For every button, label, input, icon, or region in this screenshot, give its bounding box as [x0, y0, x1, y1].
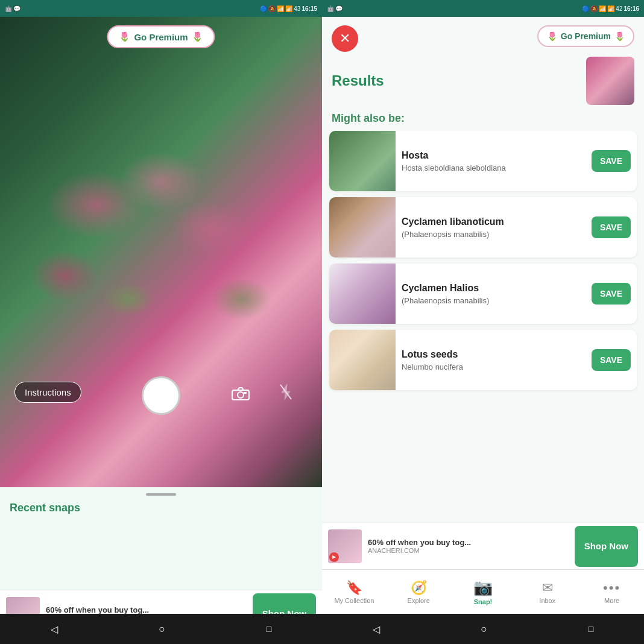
recents-icon-right: □: [589, 624, 593, 634]
instructions-label: Instructions: [25, 387, 71, 397]
inbox-icon-right: ✉: [542, 580, 553, 596]
tulip-icon-right2: 🌷: [614, 31, 625, 41]
battery-right: 42: [616, 5, 622, 12]
recents-button-right[interactable]: □: [576, 619, 605, 639]
ad-image-right: ▶: [328, 529, 362, 563]
result-scientific-cyclamen1: (Phalaenopsis manabilis): [402, 230, 586, 239]
result-info-lotus: Lotus seeds Nelumbo nucifera: [396, 343, 592, 377]
flash-icon[interactable]: [279, 383, 293, 405]
whatsapp-icon-r: 💬: [335, 5, 343, 12]
home-button-left[interactable]: ○: [147, 618, 177, 640]
home-icon-left: ○: [159, 623, 165, 635]
android-nav-bar: ◁ ○ □ ◁ ○ □: [0, 614, 644, 644]
mute-icon-r: 🔕: [590, 5, 598, 12]
result-item-hosta: Hosta Hosta sieboldiana sieboldiana SAVE: [329, 131, 637, 191]
recent-snaps-title: Recent snaps: [10, 502, 312, 514]
android-icon: 🤖: [5, 5, 12, 12]
result-scientific-lotus: Nelumbo nucifera: [402, 362, 586, 371]
bluetooth-icon: 🔵: [260, 5, 267, 12]
ad-banner-right: ▶ 60% off when you buy tog... ANACHERI.C…: [322, 522, 644, 569]
bottom-nav-right: 🔖 My Collection 🧭 Explore 📷 Snap! ✉ Inbo…: [322, 569, 644, 614]
camera-switch-icon[interactable]: [232, 387, 250, 405]
snap-capture-button[interactable]: [142, 376, 180, 415]
tulip-icon-right1: 🌷: [547, 31, 557, 41]
ad-text-right: 60% off when you buy tog... ANACHERI.COM: [368, 538, 569, 554]
ad-title-right: 60% off when you buy tog...: [368, 538, 569, 547]
wifi-icon: 📶: [277, 5, 284, 12]
back-button-right[interactable]: ◁: [361, 619, 392, 640]
save-label-lotus: SAVE: [600, 355, 622, 365]
right-time: 🔵 🔕 📶 📶 42 16:16: [582, 5, 639, 12]
results-title-row: Results: [322, 57, 644, 110]
recent-snaps-panel: Recent snaps: [0, 487, 322, 590]
result-scientific-cyclamen2: (Phalaenopsis manabilis): [402, 296, 586, 305]
recents-icon-left: □: [267, 624, 271, 634]
save-button-cyclamen1[interactable]: SAVE: [592, 216, 631, 238]
home-icon-right: ○: [481, 623, 487, 635]
android-nav-right: ◁ ○ □: [322, 618, 644, 640]
ad-title-left: 60% off when you buy tog...: [46, 605, 247, 614]
go-premium-label-left: Go Premium: [134, 32, 188, 42]
result-name-lotus: Lotus seeds: [402, 349, 586, 360]
back-icon-right: ◁: [373, 624, 380, 634]
result-item-cyclamen1: Cyclamen libanoticum (Phalaenopsis manab…: [329, 197, 637, 257]
home-button-right[interactable]: ○: [469, 618, 499, 640]
save-button-lotus[interactable]: SAVE: [592, 349, 631, 371]
result-info-cyclamen1: Cyclamen libanoticum (Phalaenopsis manab…: [396, 210, 592, 245]
drag-handle[interactable]: [146, 493, 176, 496]
result-image-hosta: [329, 131, 396, 191]
result-image-cyclamen2: [329, 264, 396, 324]
result-info-hosta: Hosta Hosta sieboldiana sieboldiana: [396, 144, 592, 178]
shop-now-label-left: Shop Now: [262, 608, 306, 614]
left-status-icons: 🤖 💬: [5, 5, 21, 12]
save-label-cyclamen1: SAVE: [600, 223, 622, 232]
svg-point-1: [238, 392, 244, 398]
result-name-cyclamen1: Cyclamen libanoticum: [402, 216, 586, 227]
close-button[interactable]: ✕: [332, 25, 358, 52]
snap-label-right: Snap!: [474, 598, 493, 605]
explore-label-right: Explore: [408, 597, 430, 604]
save-button-cyclamen2[interactable]: SAVE: [592, 283, 631, 305]
nav-item-more-right[interactable]: ••• More: [579, 578, 644, 607]
results-header: ✕ 🌷 Go Premium 🌷: [322, 17, 644, 57]
flower-image: [0, 17, 322, 487]
go-premium-button-right[interactable]: 🌷 Go Premium 🌷: [537, 25, 634, 47]
nav-item-inbox-right[interactable]: ✉ Inbox: [515, 578, 579, 607]
ad-text-left: 60% off when you buy tog... ANACHERI.COM: [46, 605, 247, 614]
shop-now-button-right[interactable]: Shop Now: [575, 526, 638, 567]
result-image-cyclamen1: [329, 197, 396, 257]
shop-now-label-right: Shop Now: [584, 541, 628, 551]
result-info-cyclamen2: Cyclamen Halios (Phalaenopsis manabilis): [396, 277, 592, 311]
recents-button-left[interactable]: □: [254, 619, 283, 639]
result-name-cyclamen2: Cyclamen Halios: [402, 283, 586, 294]
nav-item-explore-right[interactable]: 🧭 Explore: [387, 578, 451, 607]
shop-now-button-left[interactable]: Shop Now: [253, 593, 316, 614]
results-list: Hosta Hosta sieboldiana sieboldiana SAVE…: [322, 131, 644, 522]
instructions-button[interactable]: Instructions: [14, 382, 81, 403]
right-status-icons: 🤖 💬: [327, 5, 343, 12]
ad-image-left: ▶: [6, 597, 40, 614]
status-bar-right: 🤖 💬 🔵 🔕 📶 📶 42 16:16: [322, 0, 644, 17]
explore-icon-right: 🧭: [411, 580, 427, 596]
go-premium-button-left[interactable]: 🌷 Go Premium 🌷: [107, 25, 215, 48]
camera-viewfinder[interactable]: 🌷 Go Premium 🌷 Instructions: [0, 17, 322, 487]
svg-rect-2: [244, 392, 247, 394]
ad-banner-left: ▶ 60% off when you buy tog... ANACHERI.C…: [0, 590, 322, 614]
whatsapp-icon: 💬: [13, 5, 21, 12]
back-button-left[interactable]: ◁: [39, 619, 70, 640]
android-icon-r: 🤖: [327, 5, 334, 12]
android-nav-left: ◁ ○ □: [0, 618, 322, 640]
nav-item-snap-right[interactable]: 📷 Snap!: [451, 576, 516, 608]
save-button-hosta[interactable]: SAVE: [592, 150, 631, 172]
nav-item-my-collection-right[interactable]: 🔖 My Collection: [322, 578, 387, 607]
inbox-label-right: Inbox: [539, 597, 555, 604]
result-name-hosta: Hosta: [402, 150, 586, 161]
save-label-cyclamen2: SAVE: [600, 289, 622, 298]
more-icon-right: •••: [603, 580, 620, 596]
bluetooth-icon-r: 🔵: [582, 5, 589, 12]
result-item-cyclamen2: Cyclamen Halios (Phalaenopsis manabilis)…: [329, 264, 637, 324]
results-title: Results: [332, 72, 384, 89]
snap-icon-right: 📷: [473, 578, 493, 597]
tulip-icon-left: 🌷: [119, 31, 130, 42]
status-bar: 🤖 💬 🔵 🔕 📶 📶 43 16:15 🤖 💬 🔵 🔕 📶 📶 42 16:1…: [0, 0, 644, 17]
